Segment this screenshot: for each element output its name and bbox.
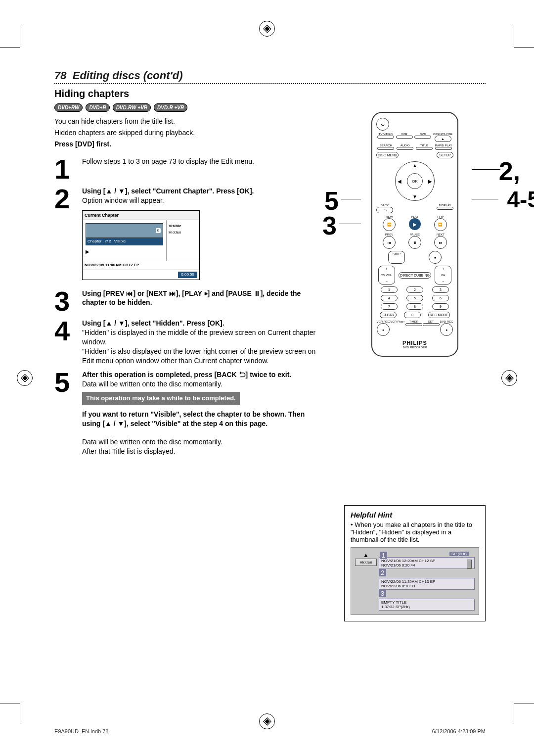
power-icon[interactable]: ⏻ bbox=[376, 118, 389, 131]
step-number-5: 5 bbox=[54, 370, 76, 395]
right-icon[interactable]: ▶ bbox=[428, 179, 432, 184]
timer-button[interactable] bbox=[405, 323, 422, 326]
badge-dvd-r: DVD+R bbox=[86, 103, 109, 112]
tv-video-button[interactable] bbox=[377, 136, 394, 139]
prev-button[interactable]: ⏮ bbox=[383, 236, 396, 249]
clear-button[interactable]: CLEAR bbox=[380, 312, 397, 318]
triangle-up-icon: ▲ bbox=[363, 552, 369, 559]
title-button[interactable] bbox=[416, 147, 433, 150]
footer-right: 6/12/2006 4:23:09 PM bbox=[432, 728, 486, 734]
hint-title: Helpful Hint bbox=[351, 511, 479, 519]
num-4-button[interactable]: 4 bbox=[381, 295, 398, 301]
stop-button[interactable]: ■ bbox=[429, 251, 442, 264]
preview-header: Current Chapter bbox=[85, 213, 119, 218]
registration-mark-right bbox=[501, 370, 517, 386]
step-number-1: 1 bbox=[54, 157, 76, 182]
vcr-rec-button[interactable]: ● bbox=[377, 323, 390, 336]
disc-menu-button[interactable]: DISC MENU bbox=[376, 152, 399, 158]
registration-mark-top bbox=[259, 21, 275, 37]
ok-button[interactable]: OK bbox=[407, 173, 423, 189]
registration-mark-bottom bbox=[259, 713, 275, 729]
preview-options: Visible Hidden bbox=[167, 220, 199, 261]
setup-button[interactable]: SETUP bbox=[437, 152, 453, 158]
set-button[interactable] bbox=[423, 323, 440, 326]
post-note-bold: If you want to return "Visible", select … bbox=[82, 410, 321, 428]
num-9-button[interactable]: 9 bbox=[432, 303, 449, 310]
open-close-button[interactable]: ▲ bbox=[435, 136, 451, 142]
remote-control: ⏻ TV VIDEO VCR DVD OPEN/CLOSE▲ SEARCH AU… bbox=[371, 112, 458, 357]
search-button[interactable] bbox=[377, 147, 394, 150]
step-5-bold: After this operation is completed, press… bbox=[82, 370, 321, 379]
sp-label: SP (2Hr) bbox=[449, 552, 469, 556]
preview-screen: 6 bbox=[86, 223, 163, 238]
dvd-button[interactable] bbox=[414, 136, 431, 139]
step-4-plain-1: "Hidden" is displayed in the middle of t… bbox=[82, 328, 321, 347]
step-5-plain: Data will be written onto the disc momen… bbox=[82, 379, 321, 389]
audio-button[interactable] bbox=[397, 147, 413, 150]
badge-dvd-rw: DVD+RW bbox=[54, 103, 83, 112]
disc-badges: DVD+RW DVD+R DVD-RW +VR DVD-R +VR bbox=[54, 103, 486, 112]
step-2-plain: Option window will appear. bbox=[82, 196, 321, 205]
rew-button[interactable]: ⏪ bbox=[383, 218, 396, 231]
step-4-plain-2: "Hidden" is also displayed on the lower … bbox=[82, 347, 321, 366]
tv-vol-button[interactable]: +TV VOL− bbox=[378, 266, 395, 284]
step-number-4: 4 bbox=[54, 319, 76, 343]
list-item-3: EMPTY TITLE 1:37:32 SP(2Hr) bbox=[379, 599, 475, 611]
num-2-button[interactable]: 2 bbox=[406, 286, 423, 293]
step-4-bold: Using [▲ / ▼], select "Hidden". Press [O… bbox=[82, 319, 321, 328]
preview-chapter-line: Chapter 2/ 2 Visible bbox=[86, 238, 163, 245]
brand-label: PHILIPS bbox=[376, 340, 453, 346]
ch-button[interactable]: +CH− bbox=[435, 266, 451, 284]
num-0-button[interactable]: 0 bbox=[404, 312, 421, 318]
pause-button[interactable]: ⏸ bbox=[408, 236, 421, 249]
ffw-button[interactable]: ⏩ bbox=[434, 218, 447, 231]
page-number: 78 bbox=[54, 69, 66, 82]
dvd-rec-button[interactable]: ● bbox=[440, 323, 453, 336]
option-hidden: Hidden bbox=[169, 230, 197, 236]
post-note-plain-2: After that Title list is displayed. bbox=[82, 447, 321, 456]
num-5-button[interactable]: 5 bbox=[406, 295, 423, 301]
rec-mode-button[interactable]: REC MODE bbox=[428, 312, 450, 318]
registration-mark-left bbox=[17, 370, 33, 386]
back-button[interactable]: ⮌ bbox=[376, 207, 393, 213]
option-visible: Visible bbox=[169, 223, 197, 230]
footer-left: E9A90UD_EN.indb 78 bbox=[54, 728, 108, 734]
play-button[interactable]: ▶ bbox=[409, 218, 421, 230]
up-icon[interactable]: ▲ bbox=[412, 163, 417, 168]
list-item-num-2: 2 bbox=[379, 569, 386, 576]
step-2-bold: Using [▲ / ▼], select "Current Chapter".… bbox=[82, 187, 321, 196]
step-number-2: 2 bbox=[54, 187, 76, 211]
step-3-bold: Using [PREV ⏮] or [NEXT ⏭], [PLAY ▶] and… bbox=[82, 289, 321, 308]
left-icon[interactable]: ◀ bbox=[398, 179, 401, 184]
num-8-button[interactable]: 8 bbox=[406, 303, 423, 310]
num-7-button[interactable]: 7 bbox=[381, 303, 398, 310]
callout-3: 3 bbox=[322, 211, 337, 240]
brand-sub-label: DVD RECORDER bbox=[376, 346, 453, 349]
scrollbar-thumb bbox=[467, 560, 472, 568]
vcr-plus-label: VCR Plus+ bbox=[390, 320, 405, 323]
step-1-text: Follow steps 1 to 3 on page 73 to displa… bbox=[82, 157, 321, 166]
vcr-button[interactable] bbox=[396, 136, 413, 139]
current-chapter-preview: Current Chapter 6 Chapter 2/ 2 Visible ▶ bbox=[82, 210, 200, 280]
hidden-thumbnail-label: Hidden bbox=[355, 559, 377, 566]
post-note-plain-1: Data will be written onto the disc momen… bbox=[82, 437, 321, 447]
dpad[interactable]: ▲ ▼ ◀ ▶ OK bbox=[395, 161, 435, 201]
skip-button[interactable]: SKIP bbox=[388, 251, 405, 264]
down-icon[interactable]: ▼ bbox=[412, 194, 417, 199]
list-item-num-1: 1 bbox=[380, 552, 387, 559]
list-item-1: NOV/21/06 12:20AM CH12 SP NOV/21/06 0:20… bbox=[379, 557, 475, 569]
preview-footer-date: NOV/22/05 11:00AM CH12 EP bbox=[83, 261, 199, 270]
sub-title: Hiding chapters bbox=[54, 88, 486, 99]
section-divider bbox=[54, 83, 486, 84]
direct-dubbing-button[interactable]: DIRECT DUBBING bbox=[399, 272, 431, 279]
rapid-play-button[interactable] bbox=[435, 147, 452, 150]
num-3-button[interactable]: 3 bbox=[432, 286, 449, 293]
list-item-num-3: 3 bbox=[379, 590, 386, 597]
next-button[interactable]: ⏭ bbox=[434, 236, 447, 249]
note-bar: This operation may take a while to be co… bbox=[82, 392, 240, 405]
display-button[interactable] bbox=[437, 207, 453, 210]
num-1-button[interactable]: 1 bbox=[381, 286, 398, 293]
list-item-2: NOV/22/06 11:35AM CH13 EP NOV/22/06 0:10… bbox=[379, 578, 475, 590]
helpful-hint-box: Helpful Hint • When you make all chapter… bbox=[344, 505, 486, 621]
num-6-button[interactable]: 6 bbox=[432, 295, 449, 301]
